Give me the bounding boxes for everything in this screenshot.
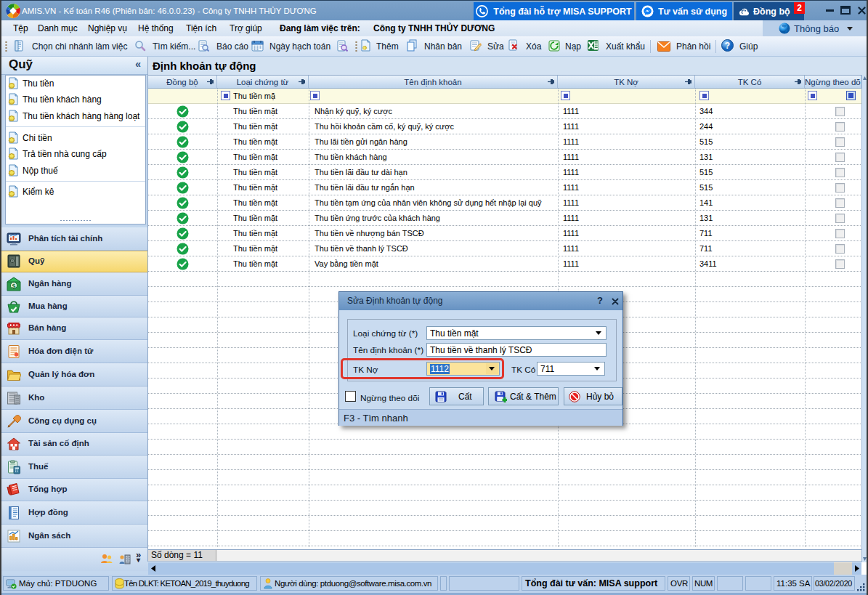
svg-text:?: ? xyxy=(725,41,730,51)
svg-text:$: $ xyxy=(12,282,15,289)
